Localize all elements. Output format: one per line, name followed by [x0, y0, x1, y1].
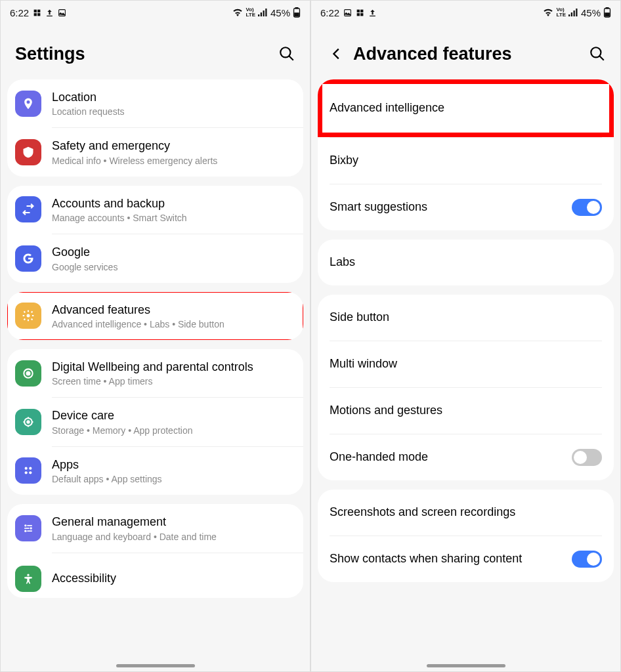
- signal-icon: [258, 9, 268, 16]
- row-label: Advanced intelligence: [330, 100, 444, 116]
- row-label: Accessibility: [52, 571, 294, 586]
- row-google[interactable]: Google Google services: [7, 234, 303, 282]
- svg-point-27: [24, 530, 26, 532]
- svg-point-22: [29, 472, 32, 474]
- row-sub: Medical info • Wireless emergency alerts: [52, 156, 294, 166]
- svg-point-20: [29, 467, 32, 470]
- row-share-contacts[interactable]: Show contacts when sharing content: [318, 536, 614, 582]
- row-label: Location: [52, 90, 294, 105]
- nav-handle[interactable]: [427, 664, 505, 667]
- row-label: Apps: [52, 457, 294, 472]
- wellbeing-icon: [15, 360, 41, 387]
- status-bar: 6:22 Vo)LTE 45%: [1, 1, 310, 24]
- row-label: Google: [52, 245, 294, 260]
- slack-icon: [356, 9, 364, 17]
- row-accessibility[interactable]: Accessibility: [7, 553, 303, 598]
- slack-icon: [33, 9, 41, 17]
- svg-rect-33: [357, 13, 360, 16]
- row-screenshots[interactable]: Screenshots and screen recordings: [318, 490, 614, 536]
- chevron-left-icon: [330, 47, 344, 61]
- status-battery-pct: 45%: [581, 7, 601, 18]
- svg-rect-40: [606, 7, 609, 9]
- row-multi-window[interactable]: Multi window: [318, 341, 614, 387]
- row-sub: Location requests: [52, 106, 294, 117]
- upload-icon: [45, 9, 54, 17]
- wifi-icon: [543, 9, 553, 16]
- svg-rect-38: [576, 9, 577, 16]
- row-label: General management: [52, 514, 294, 530]
- row-sub: Google services: [52, 262, 294, 272]
- row-sub: Screen time • App timers: [52, 376, 294, 387]
- svg-rect-26: [24, 528, 30, 529]
- svg-rect-41: [605, 13, 609, 16]
- svg-line-13: [289, 56, 293, 60]
- row-label: Bixby: [330, 153, 358, 168]
- toggle-one-handed[interactable]: [572, 449, 602, 466]
- row-one-handed-mode[interactable]: One-handed mode: [318, 434, 614, 480]
- svg-rect-36: [571, 12, 572, 16]
- toggle-share-contacts[interactable]: [572, 551, 602, 568]
- row-motions-gestures[interactable]: Motions and gestures: [318, 388, 614, 434]
- row-side-button[interactable]: Side button: [318, 295, 614, 341]
- picture-icon: [58, 9, 66, 17]
- svg-point-12: [280, 47, 290, 57]
- row-label: One-handed mode: [330, 450, 572, 465]
- apps-icon: [15, 457, 41, 484]
- picture-icon: [343, 9, 352, 17]
- row-sub: Manage accounts • Smart Switch: [52, 213, 294, 223]
- toggle-smart-suggestions[interactable]: [572, 199, 602, 216]
- google-icon: [15, 245, 41, 272]
- settings-list: Location Location requests Safety and em…: [1, 79, 310, 671]
- search-button[interactable]: [276, 43, 298, 65]
- row-advanced-features[interactable]: Advanced features Advanced intelligence …: [7, 292, 303, 340]
- row-smart-suggestions[interactable]: Smart suggestions: [318, 184, 614, 230]
- row-label: Advanced features: [52, 303, 294, 318]
- row-wellbeing[interactable]: Digital Wellbeing and parental controls …: [7, 349, 303, 397]
- svg-rect-3: [37, 13, 40, 16]
- svg-point-14: [27, 314, 30, 318]
- phone-right: 6:22 Vo)LTE 45% Advanced features Advanc…: [310, 0, 621, 672]
- row-advanced-intelligence[interactable]: Advanced intelligence: [318, 79, 614, 137]
- row-sub: Default apps • App settings: [52, 474, 294, 484]
- volte-icon: Vo)LTE: [246, 7, 255, 18]
- svg-rect-0: [34, 9, 37, 12]
- header: Advanced features: [311, 24, 620, 79]
- volte-icon: Vo)LTE: [556, 7, 566, 18]
- header: Settings: [1, 24, 310, 79]
- svg-rect-28: [27, 530, 32, 532]
- svg-rect-37: [573, 10, 574, 16]
- row-apps[interactable]: Apps Default apps • App settings: [7, 447, 303, 495]
- row-label: Device care: [52, 408, 294, 423]
- svg-point-25: [30, 527, 32, 529]
- row-device-care[interactable]: Device care Storage • Memory • App prote…: [7, 398, 303, 446]
- row-accounts[interactable]: Accounts and backup Manage accounts • Sm…: [7, 186, 303, 234]
- svg-line-43: [599, 56, 604, 60]
- svg-rect-32: [360, 9, 363, 12]
- row-location[interactable]: Location Location requests: [7, 79, 303, 127]
- nav-handle[interactable]: [116, 664, 195, 667]
- svg-point-21: [25, 472, 28, 474]
- svg-rect-24: [27, 525, 32, 526]
- status-time: 6:22: [10, 7, 29, 18]
- svg-rect-7: [263, 10, 264, 16]
- row-bixby[interactable]: Bixby: [318, 138, 614, 184]
- back-button[interactable]: [326, 43, 348, 65]
- general-icon: [15, 515, 41, 541]
- search-icon: [589, 45, 606, 62]
- signal-icon: [568, 9, 578, 16]
- row-labs[interactable]: Labs: [318, 240, 614, 285]
- search-button[interactable]: [586, 43, 609, 65]
- svg-rect-6: [261, 12, 262, 16]
- row-general-management[interactable]: General management Language and keyboard…: [7, 504, 303, 552]
- row-safety[interactable]: Safety and emergency Medical info • Wire…: [7, 128, 303, 176]
- battery-icon: [293, 7, 301, 18]
- svg-rect-1: [37, 9, 40, 12]
- row-label: Labs: [330, 255, 355, 270]
- upload-icon: [368, 9, 377, 17]
- row-label: Side button: [330, 310, 389, 325]
- status-bar: 6:22 Vo)LTE 45%: [311, 1, 620, 24]
- svg-rect-34: [360, 13, 363, 16]
- svg-rect-5: [258, 14, 259, 16]
- svg-rect-35: [568, 14, 570, 16]
- svg-rect-31: [357, 9, 360, 12]
